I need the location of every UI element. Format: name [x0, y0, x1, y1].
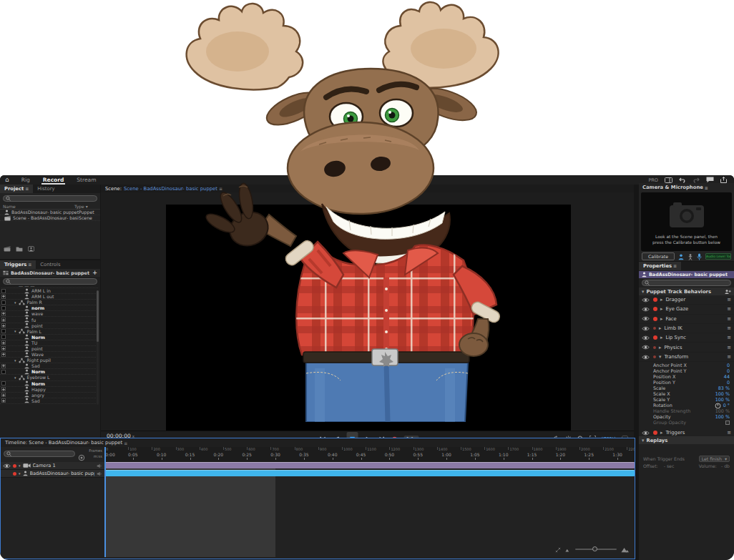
key-swatch[interactable]: [1, 289, 6, 293]
behavior-menu-icon[interactable]: ≡: [727, 325, 731, 331]
redo-icon[interactable]: [693, 177, 700, 183]
key-swatch[interactable]: [1, 340, 6, 345]
property-value[interactable]: 44: [724, 374, 730, 380]
eye-icon[interactable]: [642, 316, 650, 322]
puppet-character[interactable]: [165, 0, 579, 422]
eye-icon[interactable]: [642, 354, 650, 360]
microphone-icon[interactable]: [697, 250, 702, 263]
behavior-row-dragger[interactable]: ▸Dragger≡: [639, 295, 734, 305]
property-value[interactable]: 0: [727, 380, 730, 385]
trigger-item-wave[interactable]: wave: [0, 311, 96, 317]
key-swatch[interactable]: [1, 318, 6, 322]
behavior-row-limb-ik[interactable]: ▸Limb IK≡: [639, 324, 734, 333]
calibrate-button[interactable]: Calibrate: [642, 252, 675, 260]
eye-icon[interactable]: [3, 463, 11, 468]
project-search-input[interactable]: [12, 196, 94, 202]
trigger-item-arm-l-out[interactable]: ARM L out: [0, 294, 96, 300]
home-icon[interactable]: ⌂: [5, 177, 9, 183]
expand-icon[interactable]: ▸: [660, 297, 662, 303]
properties-search-input[interactable]: [651, 280, 728, 286]
trigger-item-norm[interactable]: Norm: [0, 381, 96, 387]
property-value[interactable]: 83 %: [718, 385, 730, 391]
zoom-in-icon[interactable]: [621, 542, 629, 556]
track-header-camera-1[interactable]: ▾Camera 1: [1, 462, 104, 470]
trigger-item-sad[interactable]: Sad: [0, 398, 96, 404]
record-arm-dot[interactable]: [13, 472, 16, 476]
new-folder-icon[interactable]: [16, 241, 23, 255]
workspace-tab-rig[interactable]: Rig: [15, 175, 36, 185]
property-value[interactable]: 0: [727, 368, 730, 374]
behavior-row-lip-sync[interactable]: ▸Lip Sync≡: [639, 333, 734, 343]
tab-project[interactable]: Project≡: [0, 185, 33, 193]
behavior-row-face[interactable]: ▸Face≡: [639, 315, 734, 324]
key-swatch[interactable]: [1, 393, 6, 397]
key-swatch[interactable]: [1, 346, 6, 350]
panel-menu-icon[interactable]: ≡: [25, 186, 29, 191]
panel-menu-icon[interactable]: ≡: [673, 263, 677, 268]
eye-icon[interactable]: [642, 306, 650, 312]
feedback-icon[interactable]: [706, 177, 714, 183]
webcam-person-icon[interactable]: [678, 250, 684, 263]
expand-icon[interactable]: ▸: [660, 306, 662, 312]
timeline-search[interactable]: [4, 451, 75, 457]
track-audio-icon[interactable]: [97, 471, 102, 476]
playhead[interactable]: [104, 447, 106, 557]
column-name[interactable]: Name: [3, 204, 16, 209]
selected-puppet-row[interactable]: BadAssDinosaur- basic puppet: [639, 271, 734, 278]
record-arm-dot[interactable]: [653, 355, 656, 358]
triggers-scrollbar[interactable]: [97, 290, 99, 405]
track-audio-icon[interactable]: [97, 463, 102, 468]
record-arm-dot[interactable]: [13, 464, 16, 468]
behavior-menu-icon[interactable]: ≡: [727, 297, 731, 303]
expand-icon[interactable]: ▸: [660, 316, 662, 322]
body-tracking-icon[interactable]: [687, 250, 693, 263]
trigger-item-angry[interactable]: angry: [0, 393, 96, 398]
key-swatch[interactable]: [1, 335, 6, 339]
add-behavior-icon[interactable]: [725, 288, 731, 294]
trigger-item-point[interactable]: point: [0, 323, 96, 329]
expand-icon[interactable]: ▸: [660, 335, 662, 340]
record-arm-dot[interactable]: [653, 298, 657, 302]
tab-triggers[interactable]: Triggers≡: [0, 260, 36, 269]
behavior-menu-icon[interactable]: ≡: [727, 354, 731, 360]
eye-icon[interactable]: [642, 345, 650, 350]
key-swatch[interactable]: [1, 312, 6, 316]
record-arm-dot[interactable]: [653, 431, 657, 435]
key-swatch[interactable]: [1, 381, 6, 385]
trigger-item-norm[interactable]: Norm: [0, 335, 96, 340]
trigger-group-palm-l[interactable]: ▾Palm L: [0, 329, 96, 335]
trigger-group-eyebrow-l[interactable]: ▾Eyebrow L: [0, 375, 96, 380]
undo-icon[interactable]: [679, 177, 686, 183]
eye-icon[interactable]: [642, 297, 650, 303]
share-icon[interactable]: [720, 177, 727, 183]
volume-value[interactable]: - db: [721, 463, 730, 468]
workspace-icon[interactable]: [665, 177, 672, 183]
behavior-menu-icon[interactable]: ≡: [727, 316, 731, 322]
timeline-search-input[interactable]: [13, 451, 72, 457]
collapse-icon[interactable]: ▾: [642, 438, 644, 443]
properties-search[interactable]: [642, 280, 731, 286]
property-value[interactable]: 100 %: [715, 408, 730, 414]
key-swatch[interactable]: [1, 353, 6, 357]
key-swatch[interactable]: [1, 329, 6, 333]
track-header-badassdinosaur--basic-puppet[interactable]: ▾BadAssDinosaur- basic puppet: [1, 470, 104, 478]
trigger-group-right-pupil[interactable]: ▾Right pupil: [0, 358, 96, 363]
trigger-item-point[interactable]: point: [0, 346, 96, 352]
behavior-menu-icon[interactable]: ≡: [727, 430, 731, 436]
new-scene-icon[interactable]: [4, 241, 11, 255]
collapse-icon[interactable]: ▾: [14, 358, 16, 363]
behavior-menu-icon[interactable]: ≡: [727, 306, 731, 312]
key-swatch[interactable]: [1, 300, 6, 305]
expand-icon[interactable]: ▸: [660, 430, 662, 436]
property-value[interactable]: 0 °: [723, 403, 730, 408]
collapse-icon[interactable]: ▾: [19, 463, 21, 468]
key-swatch[interactable]: [1, 295, 6, 299]
trigger-item-norm[interactable]: Norm: [0, 369, 96, 375]
zoom-out-icon[interactable]: [565, 542, 571, 556]
key-swatch[interactable]: [1, 364, 6, 368]
record-arm-dot[interactable]: [653, 335, 657, 340]
eye-icon[interactable]: [642, 335, 650, 340]
trigger-item-tu[interactable]: TU: [0, 340, 96, 346]
key-swatch[interactable]: [1, 387, 6, 391]
tab-controls[interactable]: Controls: [36, 260, 64, 269]
